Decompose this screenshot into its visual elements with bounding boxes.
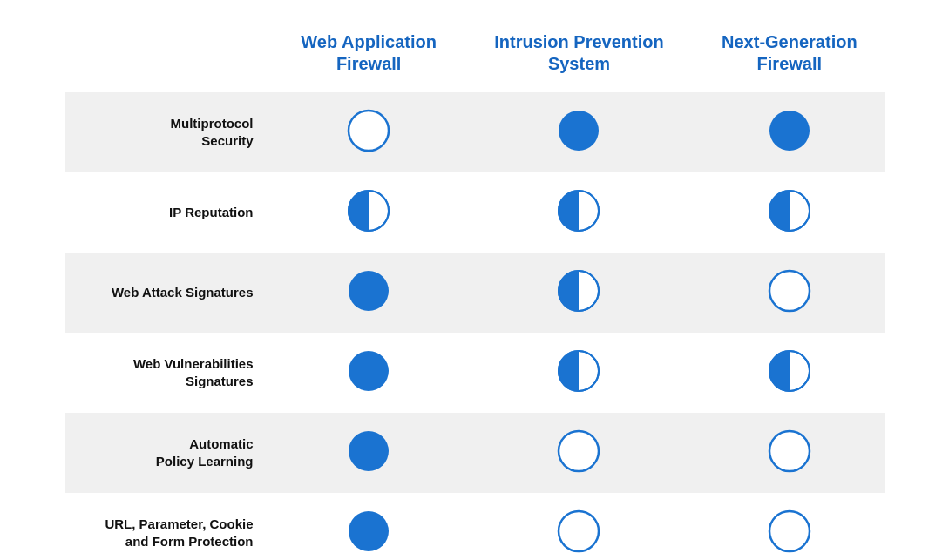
table-row: URL, Parameter, Cookieand Form Protectio… (65, 493, 885, 560)
svg-point-0 (349, 111, 389, 151)
cell-row4-col3 (695, 413, 884, 493)
col1-header: Web Application Firewall (275, 17, 464, 92)
cell-row2-col1 (275, 253, 464, 333)
row-label: URL, Parameter, Cookieand Form Protectio… (65, 493, 275, 560)
svg-point-13 (349, 351, 389, 391)
cell-row1-col2 (464, 172, 695, 253)
circle-icon-full (346, 509, 391, 554)
cell-row3-col2 (464, 333, 695, 413)
cell-row3-col3 (695, 333, 884, 413)
cell-row4-col1 (275, 413, 464, 493)
circle-icon-half (556, 188, 601, 233)
circle-icon-half (346, 188, 391, 233)
circle-icon-empty (346, 108, 391, 153)
cell-row1-col1 (275, 172, 464, 253)
cell-row3-col1 (275, 333, 464, 413)
circle-icon-full (556, 108, 601, 153)
row-label: AutomaticPolicy Learning (65, 413, 275, 493)
table-row: Web Attack Signatures (65, 253, 885, 333)
row-label: MultiprotocolSecurity (65, 92, 275, 172)
svg-point-18 (349, 431, 389, 471)
cell-row5-col2 (464, 493, 695, 560)
col2-header: Intrusion Prevention System (464, 17, 695, 92)
cell-row5-col3 (695, 493, 884, 560)
header-row: Web Application Firewall Intrusion Preve… (65, 17, 885, 92)
row-label: IP Reputation (65, 172, 275, 253)
main-container: Web Application Firewall Intrusion Preve… (39, 0, 911, 560)
cell-row1-col3 (695, 172, 884, 253)
cell-row0-col3 (695, 92, 884, 172)
table-row: AutomaticPolicy Learning (65, 413, 885, 493)
empty-header (65, 17, 275, 92)
cell-row2-col3 (695, 253, 884, 333)
circle-icon-full (346, 268, 391, 314)
svg-point-19 (559, 431, 599, 471)
circle-icon-empty (556, 428, 601, 474)
svg-point-2 (769, 111, 810, 151)
table-row: Web VulnerabilitiesSignatures (65, 333, 885, 413)
circle-icon-empty (767, 428, 812, 474)
circle-icon-half (767, 348, 812, 394)
svg-point-21 (349, 511, 389, 551)
circle-icon-half (556, 268, 601, 314)
circle-icon-half (556, 348, 601, 394)
svg-point-20 (769, 431, 810, 471)
svg-point-12 (769, 271, 810, 311)
row-label: Web Attack Signatures (65, 253, 275, 333)
circle-icon-empty (556, 509, 601, 554)
circle-icon-full (346, 428, 391, 474)
circle-icon-full (767, 108, 812, 153)
svg-point-22 (559, 511, 599, 551)
circle-icon-full (346, 348, 391, 394)
col3-header: Next-Generation Firewall (695, 17, 884, 92)
table-row: MultiprotocolSecurity (65, 92, 885, 172)
cell-row4-col2 (464, 413, 695, 493)
comparison-table: Web Application Firewall Intrusion Preve… (65, 17, 885, 560)
cell-row5-col1 (275, 493, 464, 560)
row-label: Web VulnerabilitiesSignatures (65, 333, 275, 413)
svg-point-9 (349, 271, 389, 311)
cell-row2-col2 (464, 253, 695, 333)
svg-point-1 (559, 111, 599, 151)
circle-icon-empty (767, 268, 812, 314)
circle-icon-empty (767, 509, 812, 554)
cell-row0-col1 (275, 92, 464, 172)
table-row: IP Reputation (65, 172, 885, 253)
svg-point-23 (769, 511, 810, 551)
cell-row0-col2 (464, 92, 695, 172)
circle-icon-half (767, 188, 812, 233)
